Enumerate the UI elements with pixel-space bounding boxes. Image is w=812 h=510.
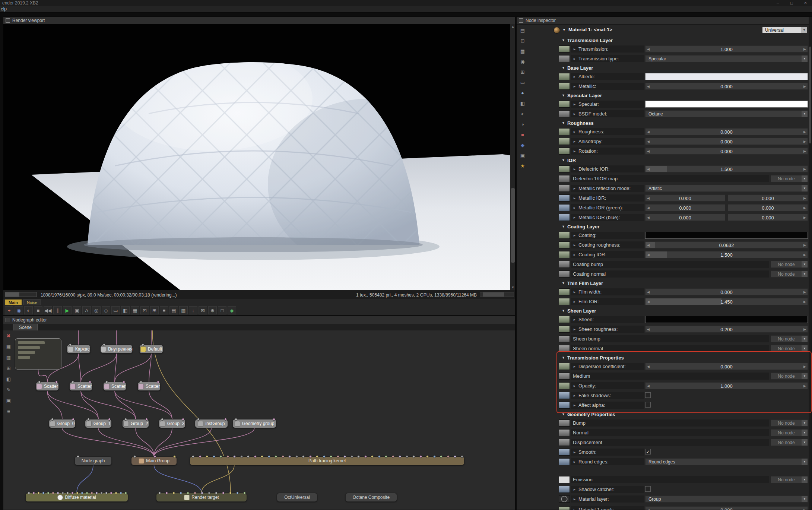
node-pin[interactable] xyxy=(105,381,108,383)
node-octcomposite[interactable]: Octane Composite xyxy=(345,493,397,502)
value-field[interactable]: 0.000▶ xyxy=(728,204,808,211)
node-geomgroup[interactable]: Geometry group xyxy=(232,419,276,428)
node-thumbnail[interactable] xyxy=(559,73,570,80)
expander-icon[interactable]: ► xyxy=(573,460,576,464)
node-octuniversal[interactable]: OctUniversal xyxy=(277,493,317,502)
node-thumbnail[interactable] xyxy=(559,429,570,436)
increment-icon[interactable]: ▶ xyxy=(803,384,806,388)
node-thumbnail[interactable] xyxy=(559,175,570,182)
wireframe-icon[interactable]: ◇ xyxy=(102,306,110,314)
expander-icon[interactable]: ► xyxy=(573,318,576,321)
node-pin[interactable] xyxy=(224,418,227,421)
node-pin[interactable] xyxy=(454,455,456,458)
node-thumbnail[interactable] xyxy=(559,148,570,155)
node-pin[interactable] xyxy=(229,492,232,494)
node-pin[interactable] xyxy=(124,492,127,494)
node-thumbnail[interactable] xyxy=(559,495,570,503)
menu-help[interactable]: elp xyxy=(1,6,7,12)
node-pin[interactable] xyxy=(215,492,218,494)
node-pin[interactable] xyxy=(268,455,270,458)
chevron-down-icon[interactable]: ▼ xyxy=(802,271,808,277)
collapse-icon[interactable]: ▼ xyxy=(562,121,565,125)
node-pin[interactable] xyxy=(108,418,111,421)
increment-icon[interactable]: ▶ xyxy=(803,290,806,294)
value-slider[interactable]: ◀1.500▶ xyxy=(645,251,808,258)
chevron-down-icon[interactable]: ▼ xyxy=(802,439,808,446)
section-header-geometry-properties[interactable]: ▼Geometry Properties xyxy=(517,410,808,418)
node-pin[interactable] xyxy=(89,381,91,383)
section-header-thin-film-layer[interactable]: ▼Thin Film Layer xyxy=(517,279,808,287)
node-thumbnail[interactable] xyxy=(559,335,570,342)
expander-icon[interactable]: ► xyxy=(573,112,576,116)
value-field[interactable]: ◀0.000 xyxy=(645,204,725,211)
node-link-dropdown[interactable]: No node▼ xyxy=(771,419,808,427)
node-diffuse[interactable]: Diffuse material xyxy=(25,493,128,502)
layout-graph-icon[interactable]: ≡ xyxy=(5,408,12,415)
node-thumbnail[interactable] xyxy=(559,110,570,117)
expander-icon[interactable]: ► xyxy=(573,394,576,397)
section-header-transmission-layer[interactable]: ▼Transmission Layer xyxy=(517,36,808,44)
node-thumbnail[interactable] xyxy=(559,458,570,465)
expander-icon[interactable]: ► xyxy=(573,57,576,61)
viewport-vertical-scrollbar[interactable]: ▲ ▼ xyxy=(510,24,516,290)
tab-scene[interactable]: Scene xyxy=(13,324,38,330)
node-pin[interactable] xyxy=(406,455,408,458)
node-link-dropdown[interactable]: No node▼ xyxy=(771,373,808,380)
expander-icon[interactable]: ► xyxy=(573,450,576,454)
increment-icon[interactable]: ▶ xyxy=(803,196,806,200)
expander-icon[interactable]: ► xyxy=(573,327,576,331)
node-nodegraph[interactable]: Node graph xyxy=(74,456,112,465)
node-link-dropdown[interactable]: No node▼ xyxy=(771,345,808,352)
node-pin[interactable] xyxy=(161,418,164,421)
color-swatch[interactable] xyxy=(645,101,808,108)
node-link-dropdown[interactable]: No node▼ xyxy=(771,439,808,446)
node-pin[interactable] xyxy=(51,418,54,421)
node-link-dropdown[interactable]: No node▼ xyxy=(771,429,808,436)
node-pin[interactable] xyxy=(37,492,40,494)
node-pin[interactable] xyxy=(173,455,176,458)
node-pin[interactable] xyxy=(337,455,339,458)
node-scatter2[interactable]: Scatter xyxy=(69,382,92,391)
expander-icon[interactable]: ► xyxy=(573,167,576,171)
node-pin[interactable] xyxy=(47,492,50,494)
collapse-icon[interactable]: ▼ xyxy=(562,158,565,162)
chevron-down-icon[interactable]: ▼ xyxy=(802,496,808,502)
expander-icon[interactable]: ► xyxy=(573,300,576,304)
save-image-icon[interactable]: ↓ xyxy=(189,306,197,314)
expander-icon[interactable]: ► xyxy=(573,130,576,134)
zoom-region-icon[interactable]: ⊡ xyxy=(140,306,149,314)
node-thumbnail[interactable] xyxy=(559,101,570,108)
increment-icon[interactable]: ▶ xyxy=(803,140,806,143)
node-scatter4[interactable]: Scatter xyxy=(137,382,161,391)
close-button[interactable]: × xyxy=(804,0,807,6)
node-thumbnail[interactable] xyxy=(559,288,570,295)
node-instgroup[interactable]: instGroup xyxy=(195,419,228,428)
node-pin[interactable] xyxy=(115,492,117,494)
node-pin[interactable] xyxy=(316,455,318,458)
increment-icon[interactable]: ▶ xyxy=(803,300,806,304)
restart-render-button[interactable]: ◀◀ xyxy=(44,306,52,314)
expander-icon[interactable]: ► xyxy=(573,140,576,143)
chevron-down-icon[interactable]: ▼ xyxy=(802,111,808,117)
value-slider[interactable]: ◀1.500▶ xyxy=(645,165,808,172)
section-header-coating-layer[interactable]: ▼Coating Layer xyxy=(517,222,808,231)
dropdown[interactable]: Artistic▼ xyxy=(645,185,808,192)
value-slider[interactable]: ◀1.000▶ xyxy=(645,45,808,53)
expander-icon[interactable]: ► xyxy=(573,508,576,510)
node-link-dropdown[interactable]: No node▼ xyxy=(771,175,808,182)
node-thumbnail[interactable] xyxy=(559,185,570,192)
inspector-scrollbar[interactable] xyxy=(809,17,812,510)
value-slider[interactable]: ◀0.000▶ xyxy=(645,148,808,155)
node-pin[interactable] xyxy=(426,455,429,458)
checkbox[interactable] xyxy=(645,402,651,408)
node-pin[interactable] xyxy=(208,492,210,494)
section-header-base-layer[interactable]: ▼Base Layer xyxy=(517,64,808,72)
increment-icon[interactable]: ▶ xyxy=(803,149,806,153)
chevron-down-icon[interactable]: ▼ xyxy=(801,27,807,33)
expander-icon[interactable]: ► xyxy=(573,488,576,491)
scroll-down-icon[interactable]: ▼ xyxy=(510,286,516,289)
node-pin[interactable] xyxy=(357,455,360,458)
node-pin[interactable] xyxy=(433,455,436,458)
dropdown[interactable]: Octane▼ xyxy=(645,110,808,117)
node-link-dropdown[interactable]: No node▼ xyxy=(771,261,808,268)
